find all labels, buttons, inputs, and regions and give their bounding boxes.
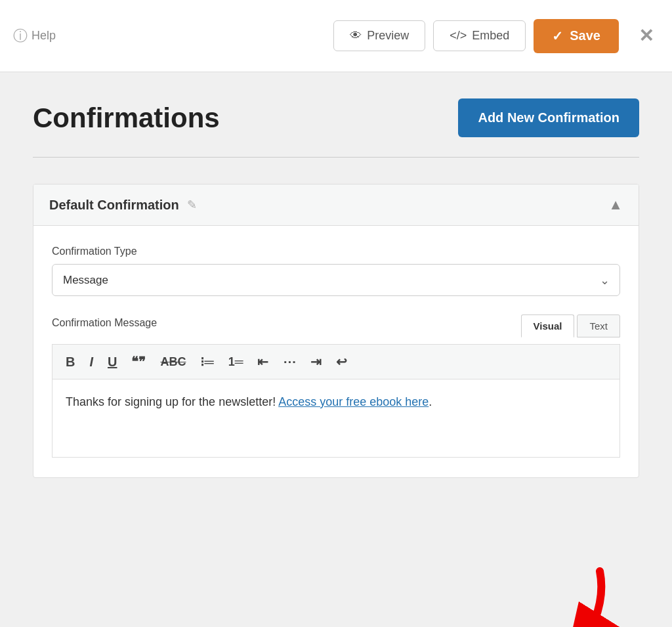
- card-body: Confirmation Type Message Redirect to UR…: [33, 226, 639, 477]
- help-icon: ⓘ: [13, 26, 28, 46]
- card-header-left: Default Confirmation ✎: [49, 198, 197, 213]
- add-new-confirmation-button[interactable]: Add New Confirmation: [458, 98, 639, 137]
- close-icon: ✕: [639, 26, 654, 46]
- align-center-button[interactable]: ⋯: [278, 351, 301, 372]
- confirmation-type-label: Confirmation Type: [52, 246, 620, 257]
- strikethrough-button[interactable]: ABC: [155, 353, 191, 372]
- main-content: Confirmations Add New Confirmation Defau…: [0, 72, 672, 627]
- embed-icon: </>: [450, 29, 467, 43]
- confirmation-message-label: Confirmation Message: [52, 317, 157, 329]
- preview-icon: 👁: [350, 29, 362, 43]
- align-left-button[interactable]: ⇤: [252, 351, 274, 372]
- header-divider: [33, 157, 639, 158]
- page-header: Confirmations Add New Confirmation: [33, 98, 639, 137]
- confirmation-card-wrapper: Default Confirmation ✎ ▲ Confirmation Ty…: [33, 184, 639, 478]
- message-text: Thanks for signing up for the newsletter…: [66, 395, 278, 408]
- message-link[interactable]: Access your free ebook here: [278, 395, 429, 408]
- underline-button[interactable]: U: [102, 352, 122, 372]
- card-header: Default Confirmation ✎ ▲: [33, 184, 639, 226]
- collapse-button[interactable]: ▲: [608, 196, 623, 213]
- message-suffix: .: [429, 395, 432, 408]
- tab-visual[interactable]: Visual: [521, 314, 575, 337]
- page-title: Confirmations: [33, 102, 220, 134]
- save-checkmark-icon: ✓: [552, 28, 563, 44]
- editor-tab-buttons: Visual Text: [521, 314, 620, 337]
- help-label: Help: [32, 29, 56, 43]
- confirmation-type-select[interactable]: Message Redirect to URL Redirect to Page: [52, 264, 620, 296]
- embed-button[interactable]: </> Embed: [433, 20, 526, 51]
- card-title: Default Confirmation: [49, 198, 179, 213]
- message-header: Confirmation Message Visual Text: [52, 314, 620, 337]
- ordered-list-button[interactable]: 1═: [223, 353, 249, 372]
- editor-toolbar: B I U ❝❞ ABC ⁝═ 1═ ⇤ ⋯ ⇥ ↩: [52, 344, 620, 379]
- confirmation-message-section: Confirmation Message Visual Text B: [52, 314, 620, 458]
- bold-button[interactable]: B: [60, 352, 80, 372]
- save-label: Save: [570, 28, 600, 43]
- confirmation-card: Default Confirmation ✎ ▲ Confirmation Ty…: [33, 184, 639, 478]
- preview-label: Preview: [367, 29, 409, 43]
- undo-button[interactable]: ↩: [331, 351, 352, 372]
- preview-button[interactable]: 👁 Preview: [333, 20, 425, 51]
- edit-title-icon[interactable]: ✎: [187, 198, 197, 212]
- unordered-list-button[interactable]: ⁝═: [195, 351, 219, 372]
- confirmation-type-select-wrapper: Message Redirect to URL Redirect to Page…: [52, 264, 620, 296]
- chevron-up-icon: ▲: [608, 196, 623, 213]
- embed-label: Embed: [472, 29, 509, 43]
- close-button[interactable]: ✕: [633, 22, 659, 49]
- toolbar: ⓘ Help 👁 Preview </> Embed ✓ Save ✕: [0, 0, 672, 72]
- italic-button[interactable]: I: [84, 352, 98, 372]
- blockquote-button[interactable]: ❝❞: [126, 351, 151, 372]
- editor-content[interactable]: Thanks for signing up for the newsletter…: [52, 379, 620, 458]
- save-button[interactable]: ✓ Save: [534, 19, 619, 53]
- help-link[interactable]: ⓘ Help: [13, 26, 56, 46]
- tab-text[interactable]: Text: [577, 314, 620, 337]
- annotation-arrow: [495, 565, 626, 627]
- align-right-button[interactable]: ⇥: [305, 351, 327, 372]
